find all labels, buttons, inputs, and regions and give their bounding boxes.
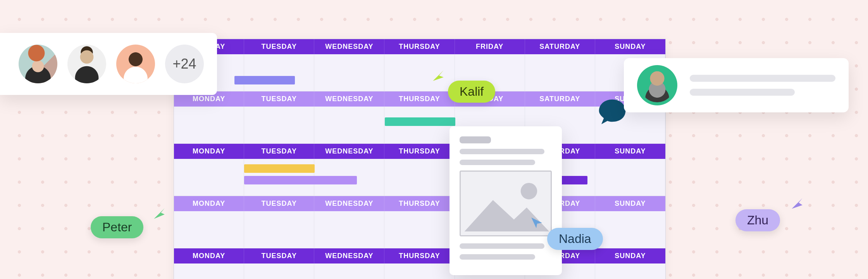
speech-bubble-icon — [597, 98, 628, 125]
calendar-week-header: MONDAYTUESDAYWEDNESDAYTHURSDAYFRIDAYSATU… — [174, 248, 665, 264]
calendar-day-header: WEDNESDAY — [314, 91, 384, 107]
avatar[interactable] — [67, 45, 106, 83]
calendar-day-header: SUNDAY — [595, 248, 665, 264]
collaborator-cursor-label: Kalif — [448, 81, 495, 103]
cursor-user-name: Nadia — [559, 232, 591, 246]
cursor-icon — [153, 207, 166, 220]
calendar-week-header: MONDAYTUESDAYWEDNESDAYTHURSDAYFRIDAYSATU… — [174, 91, 665, 107]
calendar-cell[interactable] — [384, 211, 455, 248]
calendar-cell[interactable] — [595, 264, 665, 279]
calendar-cell[interactable] — [314, 264, 384, 279]
calendar-event[interactable] — [234, 76, 295, 84]
calendar-week-header: MONDAYTUESDAYWEDNESDAYTHURSDAYFRIDAYSATU… — [174, 144, 665, 159]
doc-placeholder-line — [460, 149, 544, 154]
calendar-week-body — [174, 54, 665, 91]
calendar-week-body — [174, 159, 665, 196]
calendar-cell[interactable] — [314, 211, 384, 248]
calendar-day-header: THURSDAY — [384, 144, 455, 159]
calendar-week-body — [174, 107, 665, 144]
calendar-day-header: TUESDAY — [244, 248, 314, 264]
calendar-day-header: TUESDAY — [244, 144, 314, 159]
avatar[interactable] — [19, 45, 57, 83]
calendar-day-header: SUNDAY — [595, 39, 665, 54]
avatar — [637, 65, 677, 105]
calendar-week-header: MONDAYTUESDAYWEDNESDAYTHURSDAYFRIDAYSATU… — [174, 39, 665, 54]
cursor-user-name: Kalif — [460, 84, 484, 98]
calendar-day-header: TUESDAY — [244, 196, 314, 211]
cursor-icon — [432, 69, 445, 82]
calendar-week-body — [174, 264, 665, 279]
doc-placeholder-line — [460, 243, 544, 249]
calendar-event[interactable] — [244, 176, 356, 184]
document-preview-card[interactable] — [450, 126, 562, 275]
calendar-cell[interactable] — [174, 264, 244, 279]
cursor-user-name: Zhu — [747, 213, 768, 227]
comment-card — [624, 58, 849, 112]
comment-placeholder-lines — [690, 75, 835, 96]
calendar-cell[interactable] — [384, 264, 455, 279]
calendar-cell[interactable] — [244, 107, 314, 144]
calendar-day-header: WEDNESDAY — [314, 39, 384, 54]
calendar-event[interactable] — [244, 164, 314, 173]
calendar-cell[interactable] — [525, 54, 595, 91]
calendar-day-header: SATURDAY — [525, 91, 595, 107]
calendar-cell[interactable] — [595, 211, 665, 248]
cursor-icon — [530, 216, 543, 229]
collaborator-cursor-label: Peter — [91, 216, 143, 238]
calendar-cell[interactable] — [174, 211, 244, 248]
avatar[interactable] — [116, 45, 155, 83]
calendar-cell[interactable] — [314, 107, 384, 144]
calendar-day-header: THURSDAY — [384, 39, 455, 54]
calendar-day-header: THURSDAY — [384, 248, 455, 264]
avatar-more-button[interactable]: +24 — [165, 45, 204, 83]
calendar-day-header: SATURDAY — [525, 39, 595, 54]
calendar-cell[interactable] — [244, 54, 314, 91]
doc-placeholder-line — [460, 160, 535, 165]
calendar-day-header: SUNDAY — [595, 144, 665, 159]
calendar-cell[interactable] — [384, 159, 455, 196]
calendar-day-header: THURSDAY — [384, 91, 455, 107]
calendar-day-header: THURSDAY — [384, 196, 455, 211]
calendar-event[interactable] — [385, 117, 455, 126]
calendar-cell[interactable] — [314, 54, 384, 91]
calendar-day-header: WEDNESDAY — [314, 248, 384, 264]
calendar-day-header: FRIDAY — [455, 39, 525, 54]
doc-placeholder-line — [460, 254, 535, 260]
avatar-more-count: +24 — [172, 56, 196, 72]
collaborator-cursor-label: Nadia — [547, 228, 603, 250]
calendar-week-header: MONDAYTUESDAYWEDNESDAYTHURSDAYFRIDAYSATU… — [174, 196, 665, 211]
calendar-cell[interactable] — [174, 107, 244, 144]
cursor-user-name: Peter — [102, 220, 132, 234]
calendar-day-header: MONDAY — [174, 144, 244, 159]
calendar-day-header: TUESDAY — [244, 91, 314, 107]
calendar-day-header: SUNDAY — [595, 196, 665, 211]
calendar-cell[interactable] — [244, 264, 314, 279]
calendar-day-header: WEDNESDAY — [314, 196, 384, 211]
avatar-row-card: +24 — [0, 33, 217, 95]
calendar-day-header: TUESDAY — [244, 39, 314, 54]
calendar-day-header: MONDAY — [174, 248, 244, 264]
svg-point-0 — [521, 183, 537, 199]
cursor-icon — [790, 197, 804, 210]
calendar-cell[interactable] — [174, 159, 244, 196]
calendar-day-header: WEDNESDAY — [314, 144, 384, 159]
calendar-cell[interactable] — [595, 159, 665, 196]
doc-placeholder-line — [460, 136, 491, 143]
calendar-cell[interactable] — [244, 211, 314, 248]
calendar-day-header: MONDAY — [174, 196, 244, 211]
collaborator-cursor-label: Zhu — [735, 209, 780, 231]
